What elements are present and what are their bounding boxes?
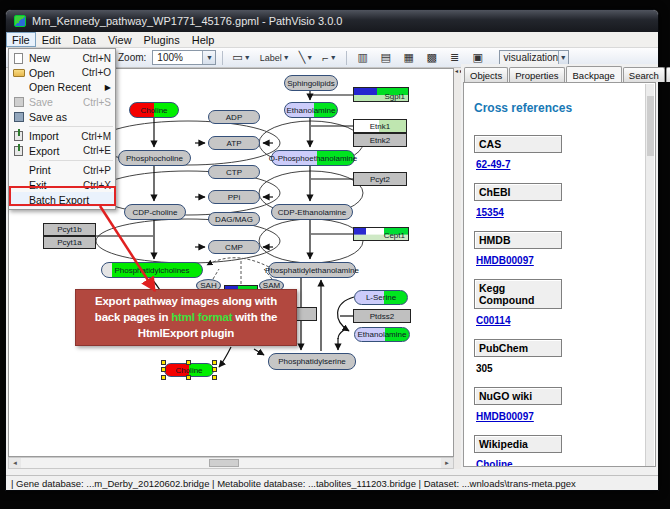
- selection-handle[interactable]: [186, 375, 191, 380]
- file-menu-item-open[interactable]: OpenCtrl+O: [9, 66, 115, 81]
- selection-handle[interactable]: [212, 360, 217, 365]
- file-menu-item-save-as[interactable]: Save as: [9, 109, 115, 124]
- scrollbar-thumb[interactable]: [209, 459, 239, 467]
- chevron-down-icon[interactable]: ▼: [558, 51, 568, 64]
- connector-tool-button[interactable]: ⌐ ▼: [319, 49, 339, 66]
- node-ctp[interactable]: CTP: [208, 165, 260, 179]
- chevron-down-icon[interactable]: ▼: [306, 54, 313, 61]
- align-center-horizontal-button[interactable]: ▥: [353, 49, 373, 66]
- menu-item-edit[interactable]: Edit: [36, 32, 67, 47]
- gene-ptdss2[interactable]: Ptdss2: [353, 309, 411, 323]
- zoom-combobox[interactable]: 100% ▼: [152, 50, 216, 65]
- scroll-left-icon[interactable]: ◄: [9, 458, 21, 468]
- menu-item-label: Import: [29, 130, 77, 142]
- chevron-down-icon[interactable]: ▼: [244, 54, 251, 61]
- gene-node-tool-button[interactable]: ▭ ▼: [229, 49, 253, 66]
- node-o-phosphoethanolamine[interactable]: O-Phosphoethanolamine: [271, 150, 355, 166]
- xref-title: NuGO wiki: [474, 387, 562, 405]
- node-cdp-choline[interactable]: CDP-choline: [124, 204, 186, 220]
- selection-handle[interactable]: [212, 367, 217, 372]
- distribute-horizontal-icon: ▩: [426, 51, 436, 64]
- node-l-serine[interactable]: L-Serine: [354, 290, 408, 305]
- tab-properties[interactable]: Properties: [509, 67, 564, 82]
- node-ethanolamine-bottom[interactable]: Ethanolamine: [354, 327, 410, 342]
- backpage-scrollbar[interactable]: [645, 84, 654, 467]
- label-tool-button[interactable]: Label ▼: [257, 49, 293, 66]
- file-menu-item-export[interactable]: ExportCtrl+E: [9, 144, 115, 159]
- tab-legend[interactable]: Legend: [666, 67, 670, 82]
- distribute-vertical-icon: ▦: [403, 51, 413, 64]
- xref-section-cas: CAS62-49-7: [474, 135, 645, 170]
- file-menu-item-save[interactable]: SaveCtrl+S: [9, 95, 115, 110]
- node-atp[interactable]: ATP: [208, 136, 260, 150]
- node-phosphatidylethanolamine[interactable]: Phosphatidylethanolamine: [268, 262, 356, 278]
- node-choline-top[interactable]: Choline: [129, 102, 179, 118]
- xref-link[interactable]: C00114: [476, 315, 645, 326]
- node-sphingolipids[interactable]: Sphingolipids: [284, 75, 338, 91]
- xref-section-hmdb: HMDBHMDB00097: [474, 231, 645, 266]
- xref-link[interactable]: HMDB00097: [476, 411, 645, 422]
- scroll-right-icon[interactable]: ►: [441, 458, 453, 468]
- selection-handle[interactable]: [161, 360, 166, 365]
- chevron-down-icon[interactable]: ▼: [283, 54, 290, 61]
- align-center-vertical-button[interactable]: ▤: [376, 49, 396, 66]
- menu-item-help[interactable]: Help: [186, 32, 221, 47]
- gene-pcyt2[interactable]: Pcyt2: [353, 172, 407, 186]
- selection-handle[interactable]: [186, 360, 191, 365]
- xref-link[interactable]: 62-49-7: [476, 159, 645, 170]
- menu-bar: FileEditDataViewPluginsHelp: [6, 32, 658, 48]
- gene-etnk1[interactable]: Etnk1: [353, 119, 407, 133]
- tab-objects[interactable]: Objects: [464, 67, 508, 82]
- selection-handle[interactable]: [212, 375, 217, 380]
- menu-separator: [29, 160, 113, 161]
- collapse-arrows-icon[interactable]: ◄►: [454, 68, 461, 78]
- menu-shortcut: Ctrl+O: [82, 67, 111, 78]
- node-ethanolamine-top[interactable]: Ethanolamine: [284, 102, 338, 118]
- gene-pcyt1a[interactable]: Pcyt1a: [43, 236, 96, 249]
- gene-sgpl1[interactable]: Sgpl1: [353, 87, 409, 102]
- toolbar-separator: [222, 51, 223, 65]
- chevron-down-icon[interactable]: ▼: [202, 51, 215, 64]
- gene-etnk2[interactable]: Etnk2: [353, 133, 407, 147]
- selection-handle[interactable]: [161, 375, 166, 380]
- gene-partial-right[interactable]: [295, 307, 317, 321]
- node-choline-selected[interactable]: Choline: [164, 363, 214, 377]
- file-menu-item-import[interactable]: ImportCtrl+M: [9, 129, 115, 144]
- file-menu-item-print[interactable]: PrintCtrl+P: [9, 163, 115, 178]
- gene-pcyt1b[interactable]: Pcyt1b: [43, 223, 96, 236]
- node-adp[interactable]: ADP: [208, 110, 260, 124]
- xref-link[interactable]: 15354: [476, 207, 645, 218]
- node-dag-mag[interactable]: DAG/MAG: [208, 212, 260, 226]
- node-cdp-ethanolamine[interactable]: CDP-Ethanolamine: [271, 204, 353, 220]
- title-bar[interactable]: Mm_Kennedy_pathway_WP1771_45176.gpml - P…: [6, 10, 658, 32]
- visualization-combobox[interactable]: visualization ▼: [499, 50, 569, 65]
- menu-item-data[interactable]: Data: [67, 32, 102, 47]
- chevron-down-icon[interactable]: ▼: [330, 54, 337, 61]
- node-phosphatidylcholines[interactable]: Phosphatidylcholines: [101, 262, 203, 278]
- tab-search[interactable]: Search: [623, 67, 665, 82]
- xref-link[interactable]: Choline: [476, 459, 645, 467]
- backpage-panel: Cross references CAS62-49-7ChEBI15354HMD…: [463, 82, 656, 467]
- node-ppi[interactable]: PPi: [208, 190, 260, 204]
- node-phosphatidylserine[interactable]: Phosphatidylserine: [268, 353, 356, 370]
- xref-link[interactable]: HMDB00097: [476, 255, 645, 266]
- selection-handle[interactable]: [161, 367, 166, 372]
- tab-backpage[interactable]: Backpage: [566, 66, 622, 83]
- file-menu-item-new[interactable]: NewCtrl+N: [9, 51, 115, 66]
- menu-item-label: New: [29, 52, 78, 64]
- line-tool-button[interactable]: ╲ ▼: [296, 49, 317, 66]
- menu-item-file[interactable]: File: [6, 32, 36, 47]
- menu-item-label: Export: [29, 145, 79, 157]
- canvas-horizontal-scrollbar[interactable]: ◄ ►: [8, 457, 454, 469]
- menu-item-plugins[interactable]: Plugins: [138, 32, 186, 47]
- file-menu-item-open-recent[interactable]: Open Recent▶: [9, 80, 115, 95]
- distribute-horizontal-button[interactable]: ▩: [422, 49, 442, 66]
- node-cmp[interactable]: CMP: [208, 240, 260, 254]
- distribute-vertical-button[interactable]: ▦: [399, 49, 419, 66]
- gene-cept1[interactable]: Cept1: [353, 227, 409, 241]
- node-phosphocholine[interactable]: Phosphocholine: [118, 150, 191, 166]
- menu-item-view[interactable]: View: [102, 32, 138, 47]
- scrollbar-thumb[interactable]: [647, 96, 654, 156]
- panel-divider[interactable]: ◄►: [454, 68, 461, 469]
- sidebar: ObjectsPropertiesBackpageSearchLegend Cr…: [461, 64, 658, 469]
